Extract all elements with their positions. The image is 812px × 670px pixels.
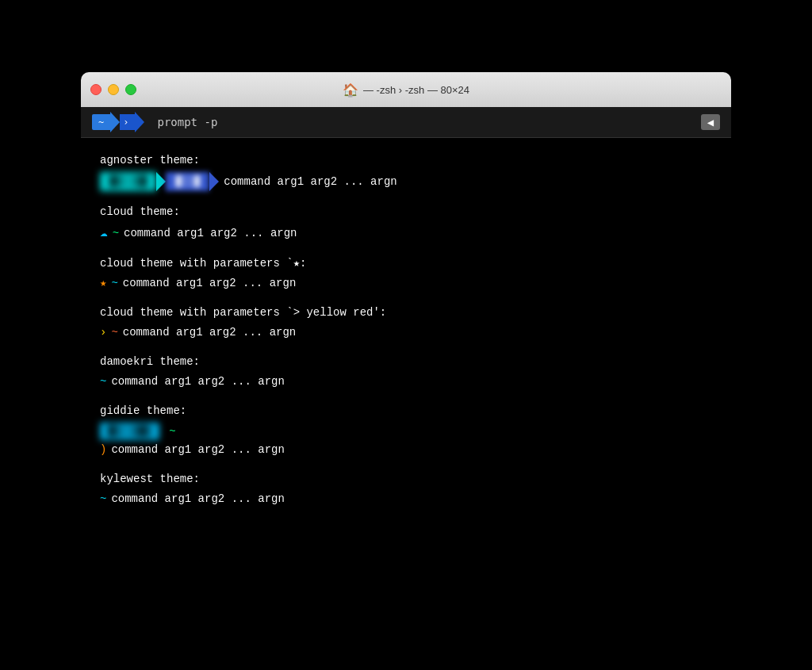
damoekri-tilde: ~ [100, 373, 106, 390]
traffic-lights [90, 84, 136, 95]
cloud-gt-label: cloud theme with parameters `> yellow re… [100, 304, 712, 321]
giddie-label: giddie theme: [100, 403, 712, 419]
section-giddie: giddie theme: ▓▒░░▒▓▒ ~ ) command arg1 a… [100, 403, 712, 458]
section-cloud-star: cloud theme with parameters `★: ★ ~ comm… [100, 255, 712, 292]
cloud-tilde: ~ [113, 225, 119, 242]
back-button[interactable]: ◀ [701, 114, 720, 130]
agnoster-command: command arg1 arg2 ... argn [224, 174, 396, 190]
cloud-gt-command: command arg1 arg2 ... argn [123, 324, 296, 341]
agnoster-seg1: ▓▒░░▒▓ [100, 172, 156, 191]
maximize-button[interactable] [125, 84, 136, 95]
toolbar-badge-arrow [110, 112, 120, 132]
kylewest-prompt-line: ~ command arg1 arg2 ... argn [100, 491, 712, 507]
cloud-star-command: command arg1 arg2 ... argn [123, 275, 296, 292]
section-cloud: cloud theme: ☁ ~ command arg1 arg2 ... a… [100, 204, 712, 243]
titlebar: 🏠 — -zsh › -zsh — 80×24 [81, 72, 731, 107]
giddie-paren: ) [100, 442, 106, 458]
kylewest-command: command arg1 arg2 ... argn [111, 491, 284, 507]
cloud-gt-tilde: ~ [111, 324, 117, 341]
close-button[interactable] [90, 84, 102, 95]
agnoster-arrow2 [209, 172, 219, 191]
damoekri-label: damoekri theme: [100, 354, 712, 370]
cloud-star-label: cloud theme with parameters `★: [100, 255, 712, 272]
toolbar-command: prompt -p [157, 116, 217, 128]
toolbar-badge-text: › [120, 114, 135, 130]
kylewest-tilde: ~ [100, 491, 106, 507]
cloud-icon: ☁ [100, 224, 108, 243]
section-agnoster: agnoster theme: ▓▒░░▒▓ ▓░░▓ command arg1… [100, 152, 712, 191]
gt-icon: › [100, 324, 106, 341]
minimize-button[interactable] [108, 84, 119, 95]
home-icon: 🏠 [343, 82, 358, 98]
damoekri-prompt-line: ~ command arg1 arg2 ... argn [100, 373, 712, 390]
toolbar: ~ › prompt -p ◀ [81, 107, 731, 138]
cloud-prompt-line: ☁ ~ command arg1 arg2 ... argn [100, 224, 712, 243]
agnoster-arrow1 [156, 172, 166, 191]
terminal-window: 🏠 — -zsh › -zsh — 80×24 ~ › prompt -p ◀ … [81, 72, 731, 598]
section-kylewest: kylewest theme: ~ command arg1 arg2 ... … [100, 471, 712, 507]
agnoster-prompt: ▓▒░░▒▓ ▓░░▓ [100, 172, 219, 191]
cloud-command: command arg1 arg2 ... argn [124, 225, 297, 242]
section-cloud-gt: cloud theme with parameters `> yellow re… [100, 304, 712, 341]
toolbar-badge-tilde: ~ [92, 114, 110, 130]
giddie-line2: ) command arg1 arg2 ... argn [100, 442, 712, 458]
terminal-content: agnoster theme: ▓▒░░▒▓ ▓░░▓ command arg1… [81, 138, 731, 598]
cloud-gt-prompt-line: › ~ command arg1 arg2 ... argn [100, 324, 712, 341]
titlebar-center: 🏠 — -zsh › -zsh — 80×24 [343, 82, 469, 98]
giddie-seg: ▓▒░░▒▓▒ [100, 423, 159, 440]
damoekri-command: command arg1 arg2 ... argn [111, 373, 284, 390]
cloud-star-tilde: ~ [111, 275, 117, 292]
giddie-tilde: ~ [169, 425, 175, 438]
kylewest-label: kylewest theme: [100, 471, 712, 488]
section-damoekri: damoekri theme: ~ command arg1 arg2 ... … [100, 354, 712, 390]
cloud-label: cloud theme: [100, 204, 712, 220]
agnoster-seg2: ▓░░▓ [166, 172, 209, 191]
star-icon: ★ [100, 275, 106, 292]
cloud-star-prompt-line: ★ ~ command arg1 arg2 ... argn [100, 275, 712, 292]
titlebar-title: — -zsh › -zsh — 80×24 [363, 84, 469, 96]
toolbar-badge-arrow2 [135, 112, 144, 132]
giddie-line1: ▓▒░░▒▓▒ ~ [100, 423, 712, 440]
giddie-command: command arg1 arg2 ... argn [111, 442, 284, 458]
agnoster-prompt-line: ▓▒░░▒▓ ▓░░▓ command arg1 arg2 ... argn [100, 172, 712, 191]
terminal-body: ~ › prompt -p ◀ agnoster theme: ▓▒░░▒▓ ▓… [81, 107, 731, 598]
agnoster-label: agnoster theme: [100, 152, 712, 169]
